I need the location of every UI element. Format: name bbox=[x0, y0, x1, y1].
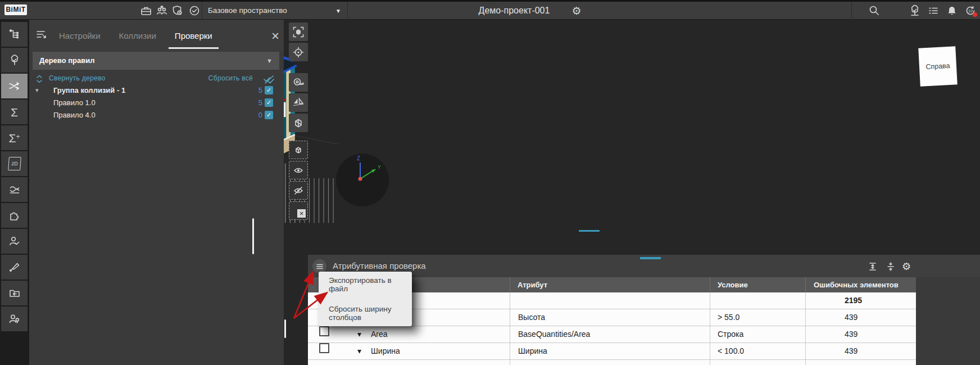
notifications-button[interactable] bbox=[945, 3, 959, 18]
users-group-icon bbox=[156, 4, 168, 17]
panel-resize-handle[interactable] bbox=[640, 257, 661, 259]
sidebar-item-sum-add[interactable]: Σ+ bbox=[1, 125, 28, 150]
sidebar-item-2d[interactable]: 2D bbox=[1, 151, 28, 176]
panel-menu-button[interactable] bbox=[35, 28, 49, 42]
tree-row-group[interactable]: ▾ Группа коллизий - 1 5 ✓ bbox=[29, 85, 284, 97]
column-divider[interactable] bbox=[710, 277, 710, 292]
tree-row-checkbox[interactable]: ✓ bbox=[265, 86, 273, 94]
row-checkbox[interactable] bbox=[319, 343, 329, 353]
row-checkbox[interactable] bbox=[319, 326, 329, 336]
trowel-icon bbox=[8, 261, 21, 273]
measure-tape-icon bbox=[292, 76, 305, 89]
hamburger-icon bbox=[315, 262, 324, 271]
sidebar-item-export-folder[interactable] bbox=[1, 281, 28, 305]
chevron-down-icon: ▼ bbox=[335, 8, 341, 14]
rules-tree-section-header[interactable]: Дерево правил ▼ bbox=[33, 52, 279, 70]
collapse-expand-icon[interactable] bbox=[35, 74, 43, 84]
flip-icon bbox=[292, 96, 305, 110]
cell-attribute: Ширина bbox=[518, 343, 547, 359]
expand-rows-button[interactable] bbox=[867, 261, 878, 272]
project-settings-button[interactable]: ⚙ bbox=[569, 3, 584, 18]
table-settings-button[interactable]: ⚙ bbox=[901, 261, 912, 272]
table-right-gutter bbox=[916, 277, 980, 365]
checks-button[interactable] bbox=[187, 3, 202, 18]
chevron-down-icon: ▾ bbox=[35, 87, 39, 94]
sidebar-item-graphs[interactable] bbox=[1, 177, 28, 202]
section-box-button[interactable] bbox=[289, 114, 308, 132]
sidebar-item-user-location[interactable] bbox=[1, 307, 28, 331]
menu-item-export[interactable]: Экспортировать в файл bbox=[319, 274, 412, 295]
view-orientation-billboard: Справа bbox=[918, 46, 957, 86]
tab-checks[interactable]: Проверки bbox=[169, 28, 219, 49]
sidebar-item-sum[interactable]: Σ bbox=[1, 100, 28, 124]
sidebar-item-environment[interactable] bbox=[1, 48, 28, 73]
collapse-tree-link[interactable]: Свернуть дерево bbox=[49, 74, 105, 82]
cell-errors: 439 bbox=[845, 326, 858, 343]
isolate-button[interactable] bbox=[289, 141, 308, 159]
chevron-down-icon[interactable]: ▾ bbox=[357, 326, 361, 343]
measure-button[interactable] bbox=[289, 73, 308, 92]
column-divider[interactable] bbox=[805, 277, 806, 292]
sidebar-item-approvals[interactable] bbox=[1, 229, 28, 254]
table-context-menu: Экспортировать в файл Сбросить ширину ст… bbox=[319, 272, 412, 326]
model-tree-button[interactable] bbox=[908, 3, 922, 18]
cell-attribute: BaseQuantities/Area bbox=[518, 326, 590, 343]
tab-settings[interactable]: Настройки bbox=[59, 28, 101, 49]
gear-icon: ⚙ bbox=[902, 260, 911, 273]
col-attribute: Атрибут bbox=[518, 277, 547, 292]
check-circle-icon bbox=[188, 4, 201, 17]
tree-row-rule[interactable]: Правило 1.0 5 ✓ bbox=[29, 98, 284, 109]
bell-icon bbox=[946, 4, 958, 17]
tree-icon bbox=[8, 54, 21, 66]
table-row[interactable]: ▾ Ширина Ширина < 100.0 439 bbox=[308, 343, 916, 360]
chevron-down-icon[interactable]: ▾ bbox=[357, 343, 361, 359]
search-button[interactable] bbox=[867, 3, 882, 18]
task-list-button[interactable] bbox=[926, 3, 941, 18]
uncheck-all-icon[interactable] bbox=[263, 74, 275, 85]
menu-item-reset-columns[interactable]: Сбросить ширину столбцов bbox=[319, 303, 412, 324]
sidebar-item-plugins[interactable] bbox=[1, 203, 28, 228]
column-divider bbox=[805, 292, 806, 365]
projects-button[interactable] bbox=[139, 3, 153, 18]
collapse-rows-button[interactable] bbox=[885, 261, 896, 272]
protection-button[interactable] bbox=[170, 3, 185, 18]
app-logo: BiMiT bbox=[4, 4, 27, 15]
hamburger-arrow-icon bbox=[35, 28, 48, 41]
column-divider[interactable] bbox=[510, 277, 510, 292]
tree-row-count: 0 bbox=[258, 111, 262, 119]
show-button[interactable] bbox=[289, 161, 308, 179]
locate-button[interactable] bbox=[289, 43, 308, 61]
table-row[interactable]: ▾ Area BaseQuantities/Area Строка 439 bbox=[308, 326, 916, 343]
target-icon bbox=[292, 46, 305, 59]
2d-sheet-icon: 2D bbox=[8, 157, 21, 170]
column-divider bbox=[510, 292, 510, 365]
briefcase-icon bbox=[140, 4, 152, 17]
scrollbar-thumb[interactable] bbox=[284, 319, 286, 338]
tree-row-checkbox[interactable]: ✓ bbox=[265, 111, 273, 119]
close-icon[interactable]: × bbox=[268, 29, 283, 44]
sidebar-item-structure[interactable] bbox=[1, 22, 28, 47]
clear-selection-button[interactable]: × bbox=[289, 201, 308, 220]
workspace-selector[interactable]: Базовое пространство ▼ bbox=[202, 2, 347, 20]
table-row-partial bbox=[308, 360, 916, 365]
scrollbar-thumb[interactable] bbox=[252, 218, 254, 254]
navigation-gizmo[interactable]: Z Y bbox=[336, 154, 389, 206]
divider-handle[interactable] bbox=[579, 230, 600, 232]
mirror-button[interactable] bbox=[289, 93, 308, 112]
structure-tree-icon bbox=[8, 28, 21, 40]
reset-all-link[interactable]: Сбросить всё bbox=[208, 74, 253, 82]
project-title: Демо-проект-001 bbox=[461, 2, 568, 20]
panel-tabs: Настройки Коллизии Проверки bbox=[59, 28, 212, 49]
sidebar-item-construction[interactable] bbox=[1, 255, 28, 280]
list-icon bbox=[927, 4, 940, 17]
fit-view-button[interactable] bbox=[289, 22, 308, 41]
user-pin-icon bbox=[8, 313, 21, 325]
hide-button[interactable] bbox=[289, 181, 308, 200]
tree-row-checkbox[interactable]: ✓ bbox=[265, 98, 273, 107]
tree-row-rule[interactable]: Правило 4.0 0 ✓ bbox=[29, 110, 284, 121]
topbar-separator bbox=[347, 2, 348, 20]
sidebar-item-collisions[interactable] bbox=[1, 74, 28, 98]
team-button[interactable] bbox=[155, 3, 169, 18]
close-icon: × bbox=[297, 209, 306, 218]
tab-collisions[interactable]: Коллизии bbox=[119, 28, 156, 49]
